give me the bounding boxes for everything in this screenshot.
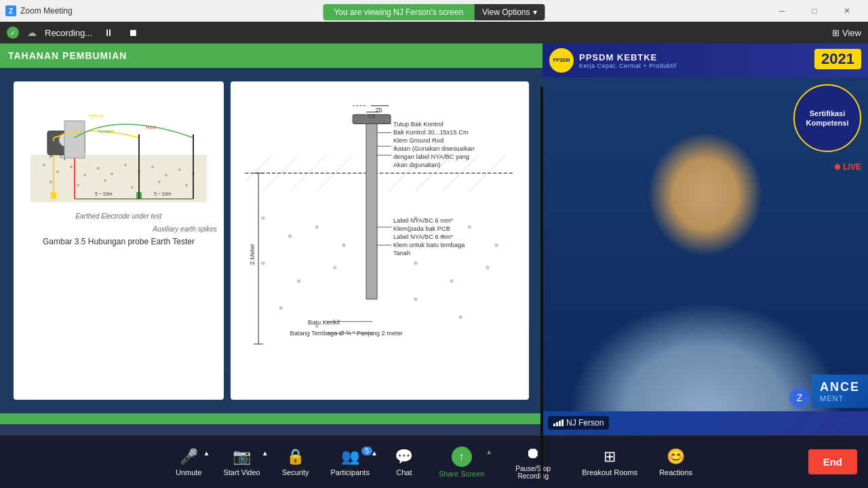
record-icon: ⏺	[526, 445, 540, 462]
view-options-button[interactable]: View Options ▾	[474, 4, 545, 20]
stop-recording-button[interactable]: ⏹	[125, 25, 141, 40]
svg-text:Tutup Bak Kontrol: Tutup Bak Kontrol	[393, 121, 443, 128]
unmute-button[interactable]: 🎤 Unmute ▲	[165, 444, 213, 481]
svg-point-67	[261, 261, 264, 265]
participants-label: Participants	[330, 468, 369, 476]
svg-text:Bak Kontrol 30...15x15 Cm: Bak Kontrol 30...15x15 Cm	[393, 129, 469, 136]
share-screen-icon: ↑	[452, 447, 472, 467]
chat-icon: 💬	[395, 448, 413, 466]
maximize-button[interactable]: □	[799, 0, 830, 22]
svg-point-66	[495, 243, 498, 246]
reactions-label: Reactions	[659, 468, 692, 476]
camera-name-tag: NJ Ferson	[548, 416, 609, 430]
technical-drawing-card: 25 15 Tutup Bak Kontrol Bak Kontrol 30..…	[231, 81, 529, 400]
svg-point-14	[151, 166, 154, 168]
unmute-label: Unmute	[176, 468, 202, 476]
mic-icon: 🎤	[180, 448, 198, 466]
cloud-icon: ☁	[27, 27, 37, 38]
earth-diagram-caption2: Auxiliary earth spikes	[20, 225, 217, 233]
svg-text:5 ~ 10m: 5 ~ 10m	[95, 191, 113, 196]
svg-point-73	[279, 306, 283, 309]
ppsdm-text: PPSDM KEBTKE Kerja Cepat, Cermat + Produ…	[579, 52, 676, 69]
end-button[interactable]: End	[808, 449, 857, 474]
signal-bar-2	[556, 422, 558, 426]
svg-rect-5	[31, 155, 207, 202]
pause-recording-button[interactable]: ⏸	[100, 25, 117, 40]
reactions-icon: 😊	[667, 448, 685, 466]
svg-point-8	[70, 166, 73, 168]
svg-point-62	[342, 243, 345, 246]
camera-feed: PPSDM PPSDM KEBTKE Kerja Cepat, Cermat +…	[542, 43, 868, 435]
participants-button[interactable]: 👥 5 Participants ▲	[319, 444, 380, 481]
svg-point-71	[450, 279, 453, 282]
security-button[interactable]: 🔒 Security	[271, 444, 320, 481]
screen-share-banner: You are viewing NJ Ferson's screen View …	[323, 4, 545, 20]
earth-diagram-caption: Earthed Electrode under test	[75, 212, 161, 220]
minimize-button[interactable]: ─	[766, 0, 797, 22]
shared-screen: TAHANAN PEMBUMIAN	[0, 43, 542, 435]
technical-drawing-svg: 25 15 Tutup Bak Kontrol Bak Kontrol 30..…	[236, 87, 524, 394]
svg-text:2 Meter: 2 Meter	[249, 244, 256, 265]
view-button[interactable]: ⊞ View	[832, 28, 861, 38]
signal-bars	[553, 419, 564, 426]
svg-rect-34	[51, 192, 56, 199]
svg-text:Tanah: Tanah	[393, 250, 410, 257]
svg-point-9	[83, 174, 86, 176]
camera-name: NJ Ferson	[566, 418, 604, 428]
participants-icon: 👥	[341, 448, 359, 466]
svg-text:Ikatan (Gunakan disesuaikan: Ikatan (Gunakan disesuaikan	[393, 145, 475, 152]
svg-text:Klem Ground Rod: Klem Ground Rod	[393, 137, 443, 144]
window-title: Zoom Meeting	[20, 6, 73, 16]
share-arrow[interactable]: ▲	[486, 448, 492, 455]
slide-title: TAHANAN PEMBUMIAN	[8, 50, 127, 61]
svg-point-70	[414, 261, 417, 265]
svg-point-11	[111, 172, 113, 175]
zoom-icon: Z	[5, 5, 16, 16]
svg-text:Klem(pada bak PCB: Klem(pada bak PCB	[393, 225, 450, 232]
start-video-button[interactable]: 📷 Start Video ▲	[212, 444, 271, 481]
svg-point-15	[165, 174, 167, 176]
svg-text:Akan digunakan): Akan digunakan)	[393, 162, 441, 168]
svg-text:Klem untuk batu tembaga: Klem untuk batu tembaga	[393, 242, 465, 248]
chat-button[interactable]: 💬 Chat	[380, 444, 428, 481]
ance-section: ANCE MENT	[812, 375, 868, 408]
svg-text:Green: Green	[98, 128, 113, 134]
svg-text:C: C	[60, 153, 64, 159]
svg-point-20	[104, 179, 106, 182]
earth-diagram-svg: P C E	[31, 94, 207, 202]
ppsdm-title: PPSDM KEBTKE	[579, 52, 676, 62]
breakout-rooms-button[interactable]: ⊞ Breakout Rooms	[571, 444, 648, 481]
main-content: TAHANAN PEMBUMIAN	[0, 43, 868, 435]
signal-bar-4	[561, 419, 564, 426]
reactions-button[interactable]: 😊 Reactions	[648, 444, 703, 481]
record-label: Pause/Stop Recording	[506, 465, 560, 480]
viewing-text: You are viewing NJ Ferson's screen	[323, 4, 474, 20]
svg-text:Batu Kerikil: Batu Kerikil	[308, 319, 340, 326]
video-arrow[interactable]: ▲	[262, 449, 269, 457]
close-button[interactable]: ✕	[831, 0, 863, 22]
security-label: Security	[282, 468, 309, 476]
video-icon: 📷	[233, 448, 251, 466]
camera-panel: PPSDM PPSDM KEBTKE Kerja Cepat, Cermat +…	[542, 43, 868, 435]
share-screen-button[interactable]: ↑ Share Screen ▲	[428, 443, 495, 482]
svg-text:Red: Red	[146, 124, 156, 130]
record-button[interactable]: ⏺ Pause/Stop Recording	[495, 440, 571, 484]
ppsdm-logo: PPSDM	[549, 48, 574, 73]
security-icon: 🔒	[286, 448, 304, 466]
participants-arrow[interactable]: ▲	[371, 449, 378, 457]
svg-point-76	[459, 315, 462, 318]
svg-text:15: 15	[368, 113, 375, 119]
svg-point-12	[124, 164, 127, 166]
shield-icon: ✓	[7, 26, 19, 39]
svg-point-75	[414, 297, 417, 301]
svg-point-68	[297, 279, 300, 282]
ment-text: MENT	[820, 394, 860, 402]
unmute-arrow[interactable]: ▲	[203, 449, 210, 457]
start-video-label: Start Video	[223, 468, 260, 476]
signal-bar-1	[553, 424, 555, 426]
ppsdm-banner: PPSDM PPSDM KEBTKE Kerja Cepat, Cermat +…	[542, 43, 868, 77]
earth-tester-card: P C E	[14, 81, 224, 400]
sertifikasi-badge: Sertifikasi Kompetensi	[793, 84, 861, 152]
svg-point-16	[178, 168, 181, 171]
svg-point-6	[43, 164, 45, 166]
